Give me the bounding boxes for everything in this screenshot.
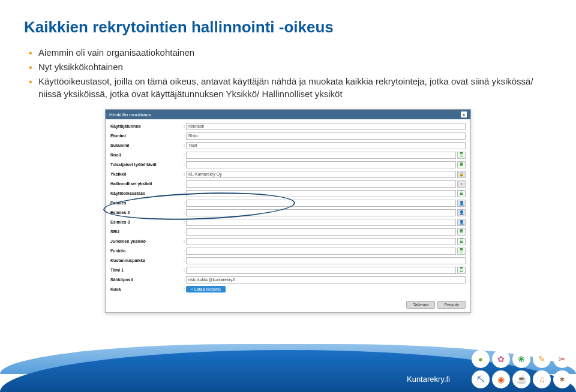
form-row: Toissijaiset työtehtävät:≣ [110, 160, 466, 169]
pear-icon: ● [472, 350, 490, 368]
close-icon[interactable]: × [461, 111, 467, 117]
form-row: Kustannuspaikka: [110, 256, 466, 265]
list-icon[interactable]: ≣ [457, 238, 466, 245]
field-wrapper: ≣ [186, 152, 466, 159]
field-label: Esimies 2 [110, 210, 182, 215]
text-input[interactable] [186, 219, 456, 226]
upload-button[interactable]: + Lataa tiedosto [186, 286, 226, 293]
form-row: Sähköposti:risto.kokko@kuntarekry.fi [110, 275, 466, 284]
form-row: Sukunimi:Testi [110, 141, 466, 150]
text-input[interactable] [186, 248, 456, 255]
field-label: Sähköposti [110, 278, 182, 282]
field-wrapper [186, 257, 466, 264]
field-wrapper: 👤 [186, 219, 466, 226]
form-row: Hallinnolliset yksiköt:＋ [110, 179, 466, 188]
text-input[interactable]: Risto [186, 132, 466, 140]
field-label: Funktio [110, 249, 182, 253]
text-input[interactable] [186, 257, 466, 264]
form-row: Esimies 3:👤 [110, 218, 466, 227]
form-row: Rooli:≣ [110, 150, 466, 159]
bullet-item: Käyttöoikeustasot, joilla on tämä oikeus… [29, 75, 552, 101]
form-row: SBU:≣ [110, 227, 466, 236]
text-input[interactable] [186, 228, 456, 236]
text-input[interactable] [186, 267, 456, 274]
form-row: Esimies:👤 [110, 198, 466, 207]
decorative-icon-cluster: ● ✿ ❀ ✎ ✂ ⛏ ◉ ☕ ♫ ✶ [472, 350, 571, 388]
field-label: Juridinen yksikkö [110, 239, 182, 243]
gray-user-icon[interactable]: 👤 [457, 209, 466, 216]
form-row: Etunimi:Risto [110, 131, 466, 140]
field-label: Toissijaiset työtehtävät [110, 162, 182, 167]
modal-dialog: Henkilön muokkaus × Käyttäjätunnus:risto… [105, 109, 471, 313]
brand-text: Kuntarekry.fi [407, 375, 450, 384]
text-input[interactable]: risto.kokko@kuntarekry.fi [186, 276, 466, 284]
field-label: Käyttäjätunnus [110, 124, 182, 128]
form-row-kuva: Kuva:+ Lataa tiedosto [110, 285, 466, 294]
list-icon[interactable]: ≣ [457, 161, 466, 168]
save-button[interactable]: Tallenna [406, 301, 435, 309]
field-label: Etunimi [110, 134, 182, 138]
form-row: Funktio:≣ [110, 246, 466, 255]
pencil-icon: ✎ [533, 350, 551, 368]
bullet-item: Nyt yksikkökohtainen [29, 61, 552, 74]
form-row: Käyttäjätunnus:ristotesti [110, 122, 466, 131]
list-icon[interactable]: ≣ [457, 228, 466, 236]
field-wrapper: ≣ [186, 161, 466, 168]
text-input[interactable] [186, 190, 456, 197]
form-row: Käyttöoikeustaso:≣ [110, 189, 466, 198]
list-icon[interactable]: ≣ [457, 152, 466, 159]
modal-title: Henkilön muokkaus [109, 112, 151, 117]
text-input[interactable]: ristotesti [186, 123, 466, 130]
mug-icon: ☕ [512, 370, 530, 388]
field-wrapper: Risto [186, 132, 466, 140]
list-icon[interactable]: ≣ [457, 267, 466, 274]
form-row: Yksikkö:KL-Kuntarekry Oy🔒 [110, 170, 466, 179]
gray-user-icon[interactable]: 👤 [457, 219, 466, 226]
whisk-icon: ✶ [553, 370, 571, 388]
gray-user-icon[interactable]: 👤 [457, 200, 466, 207]
field-label: Yksikkö [110, 172, 182, 176]
music-icon: ♫ [533, 370, 551, 388]
field-label: Tiimi 1 [110, 268, 182, 272]
text-input[interactable] [186, 238, 456, 245]
tree-icon: ❀ [512, 350, 530, 368]
field-wrapper: 👤 [186, 209, 466, 216]
field-wrapper: ≣ [186, 228, 466, 236]
field-wrapper: 👤 [186, 200, 466, 207]
field-wrapper: ≣ [186, 190, 466, 197]
text-input[interactable] [186, 180, 456, 188]
gray-lock-icon[interactable]: 🔒 [457, 171, 466, 178]
text-input[interactable] [186, 152, 456, 159]
field-label: Esimies [110, 201, 182, 205]
field-wrapper: ≣ [186, 238, 466, 245]
field-wrapper: ＋ [186, 180, 466, 188]
field-wrapper: KL-Kuntarekry Oy🔒 [186, 171, 466, 178]
form-row: Tiimi 1:≣ [110, 266, 466, 275]
list-icon[interactable]: ≣ [457, 190, 466, 197]
field-label: Käyttöoikeustaso [110, 191, 182, 195]
scissors-icon: ✂ [553, 350, 571, 368]
text-input[interactable]: KL-Kuntarekry Oy [186, 171, 456, 178]
field-wrapper: risto.kokko@kuntarekry.fi [186, 276, 466, 284]
text-input[interactable] [186, 200, 456, 207]
field-wrapper: ≣ [186, 267, 466, 274]
text-input[interactable]: Testi [186, 142, 466, 149]
field-wrapper: Testi [186, 142, 466, 149]
field-wrapper: ≣ [186, 248, 466, 255]
bullet-list: Aiemmin oli vain organisaatiokohtainen N… [29, 46, 552, 101]
field-label: Hallinnolliset yksiköt [110, 182, 182, 186]
flower-icon: ✿ [492, 350, 510, 368]
field-label: Kuva [110, 287, 182, 291]
gray-plus-icon[interactable]: ＋ [457, 180, 466, 188]
text-input[interactable] [186, 161, 456, 168]
shovel-icon: ⛏ [472, 370, 490, 388]
form-row: Juridinen yksikkö:≣ [110, 237, 466, 246]
cancel-button[interactable]: Peruuta [437, 301, 466, 309]
field-wrapper: ristotesti [186, 123, 466, 130]
slide-title: Kaikkien rekrytointien hallinnointi -oik… [24, 18, 552, 37]
field-label: Sukunimi [110, 143, 182, 147]
list-icon[interactable]: ≣ [457, 248, 466, 255]
form-row: Esimies 2:👤 [110, 208, 466, 217]
field-label: SBU [110, 230, 182, 234]
text-input[interactable] [186, 209, 456, 216]
